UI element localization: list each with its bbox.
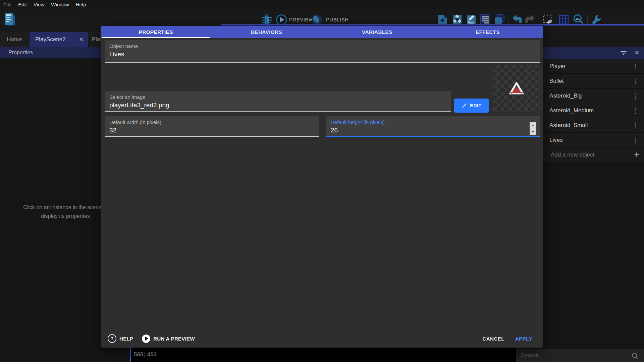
object-name-value: Lives xyxy=(109,51,536,58)
kebab-menu-icon[interactable]: ⋮ xyxy=(632,137,639,143)
zoom-reset-icon[interactable]: 1:1 xyxy=(573,14,584,25)
toolbar-separator xyxy=(508,15,509,25)
cursor-coordinates: 585;-453 xyxy=(134,351,157,358)
undo-icon[interactable] xyxy=(512,14,523,25)
tab-properties[interactable]: PROPERTIES xyxy=(101,26,211,38)
edit-button-label: EDIT xyxy=(470,103,481,108)
menu-window[interactable]: Window xyxy=(48,2,72,7)
dialog-tab-bar: PROPERTIES BEHAVIORS VARIABLES EFFECTS xyxy=(101,26,543,38)
tab-home[interactable]: Home xyxy=(0,32,29,47)
menu-view[interactable]: View xyxy=(30,2,48,7)
object-groups-icon[interactable] xyxy=(452,14,463,25)
spinner-up-icon[interactable]: ▲ xyxy=(530,122,536,129)
delete-instances-icon[interactable] xyxy=(543,14,553,25)
select-image-field[interactable]: Select an image playerLife3_red2.png xyxy=(105,91,451,112)
default-height-value: 26 xyxy=(331,127,536,134)
run-preview-button[interactable]: RUN A PREVIEW xyxy=(153,336,195,342)
preview-icon[interactable] xyxy=(276,14,286,25)
object-name-label: Object name xyxy=(109,43,536,49)
close-icon[interactable]: ✕ xyxy=(635,49,639,56)
spinner-down-icon[interactable]: ▼ xyxy=(530,129,536,135)
select-image-value: playerLife3_red2.png xyxy=(109,102,446,109)
apply-button[interactable]: APPLY xyxy=(515,336,532,342)
select-image-label: Select an image xyxy=(109,94,446,100)
tab-effects[interactable]: EFFECTS xyxy=(432,26,543,38)
scene-editor-strip xyxy=(131,348,516,362)
run-preview-icon[interactable] xyxy=(142,335,150,343)
object-editor-dialog: PROPERTIES BEHAVIORS VARIABLES EFFECTS O… xyxy=(101,26,543,348)
default-width-field[interactable]: Default width (in pixels) 32 xyxy=(105,116,319,137)
properties-panel-title: Properties xyxy=(0,50,33,56)
tab-behaviors[interactable]: BEHAVIORS xyxy=(211,26,322,38)
scene-focus-edge xyxy=(130,348,131,362)
default-width-value: 32 xyxy=(109,127,315,134)
image-preview-thumbnail[interactable] xyxy=(493,65,540,112)
kebab-menu-icon[interactable]: ⋮ xyxy=(632,93,639,99)
number-spinner: ▲ ▼ xyxy=(530,122,536,135)
gdevelop-window: File Edit View Window Help xyxy=(0,0,644,362)
edit-image-button[interactable]: EDIT xyxy=(454,99,489,113)
redo-icon[interactable] xyxy=(525,14,535,25)
cancel-button[interactable]: CANCEL xyxy=(482,336,504,342)
tab-close-icon[interactable]: ✕ xyxy=(79,36,84,43)
brush-icon xyxy=(461,103,467,109)
default-height-field[interactable]: Default height (in pixels) 26 ▲ ▼ xyxy=(326,116,540,137)
object-name-field[interactable]: Object name Lives xyxy=(105,40,540,63)
ship-sprite xyxy=(509,81,524,95)
debugger-icon[interactable] xyxy=(261,13,272,25)
menu-help[interactable]: Help xyxy=(72,2,90,7)
default-width-label: Default width (in pixels) xyxy=(109,119,315,125)
menu-edit[interactable]: Edit xyxy=(15,2,30,7)
toolbar-separator xyxy=(539,15,539,25)
svg-text:1:1: 1:1 xyxy=(575,17,580,20)
settings-wrench-icon[interactable] xyxy=(591,14,602,25)
tab-playscene2[interactable]: PlayScene2 ✕ xyxy=(30,32,88,47)
add-icon[interactable]: + xyxy=(634,150,639,159)
search-input[interactable] xyxy=(516,352,632,359)
menu-bar: File Edit View Window Help xyxy=(0,0,644,9)
help-button[interactable]: HELP xyxy=(119,336,133,342)
kebab-menu-icon[interactable]: ⋮ xyxy=(632,78,639,84)
grid-icon[interactable] xyxy=(559,14,570,25)
kebab-menu-icon[interactable]: ⋮ xyxy=(632,107,639,114)
menu-file[interactable]: File xyxy=(0,2,15,7)
layers-icon[interactable] xyxy=(494,14,505,25)
toolbar-separator xyxy=(587,15,588,25)
kebab-menu-icon[interactable]: ⋮ xyxy=(632,122,639,129)
toolbar-accent-line xyxy=(221,24,644,25)
publish-icon[interactable] xyxy=(311,14,322,25)
filter-icon[interactable] xyxy=(621,51,627,57)
edit-scene-icon[interactable] xyxy=(466,14,477,25)
tab-variables[interactable]: VARIABLES xyxy=(322,26,433,38)
help-icon[interactable]: ? xyxy=(108,334,116,343)
tab-home-label: Home xyxy=(7,36,22,43)
object-icon[interactable] xyxy=(437,14,448,25)
tab-playscene2-label: PlayScene2 xyxy=(35,36,66,43)
default-height-label: Default height (in pixels) xyxy=(331,119,536,125)
search-icon xyxy=(632,352,639,359)
kebab-menu-icon[interactable]: ⋮ xyxy=(632,63,639,70)
objects-search-bar xyxy=(516,349,644,362)
dialog-footer: ? HELP RUN A PREVIEW CANCEL APPLY xyxy=(101,329,543,348)
project-manager-icon[interactable] xyxy=(4,12,15,23)
events-sheet-icon[interactable] xyxy=(480,14,491,25)
publish-label[interactable]: PUBLISH xyxy=(326,17,349,22)
preview-label[interactable]: PREVIEW xyxy=(289,17,314,22)
